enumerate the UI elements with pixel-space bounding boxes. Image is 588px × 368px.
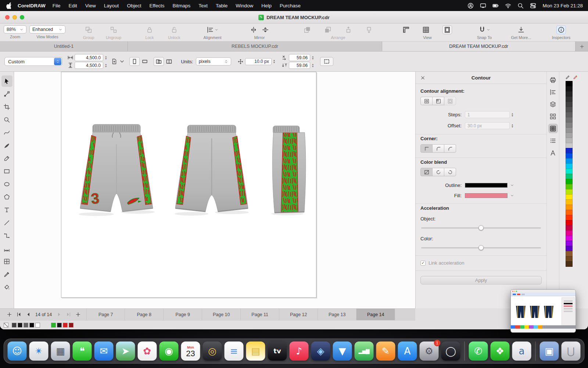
palette-color[interactable] [566,153,573,159]
color-acceleration-thumb[interactable] [478,245,484,250]
back-one-button[interactable] [366,25,372,34]
palette-color[interactable] [566,251,573,256]
menu-layout[interactable]: Layout [100,3,123,8]
offset-field[interactable]: 30.0 px [465,122,510,129]
all-pages-button[interactable] [154,57,164,66]
page-border-toggle-button[interactable] [442,25,452,34]
ungroup-button[interactable] [110,25,117,34]
app-name[interactable]: CorelDRAW [18,3,46,8]
dock-numbers[interactable]: ▂▅▇ [355,342,374,361]
chevron-down-icon[interactable] [215,28,218,32]
dock-garageband[interactable]: ◯ [441,342,460,361]
menu-effects[interactable]: Effects [145,3,168,8]
dock-photo-booth[interactable]: ◎ [203,342,222,361]
document-tab[interactable]: REBELS MOCKUP.cdr [128,42,382,51]
duplicate-x-stepper[interactable]: ▲▼ [312,56,314,60]
palette-color[interactable] [566,194,573,200]
page-tab-page-11[interactable]: Page 11 [241,309,279,321]
interactive-fill-tool[interactable] [1,282,12,293]
inspectors-button[interactable] [556,25,566,34]
dock-app-store[interactable]: A [398,342,417,361]
shorts-side-view[interactable] [262,124,310,216]
link-acceleration-checkbox[interactable] [420,261,426,266]
contour-inspector-icon[interactable] [548,124,558,133]
palette-color[interactable] [566,205,573,210]
document-palette-color[interactable] [69,323,74,328]
rulers-toggle-button[interactable] [403,25,409,34]
bevel-corner-button[interactable] [444,144,456,153]
previous-page-button[interactable] [24,312,33,317]
chevron-down-icon[interactable] [509,192,515,199]
page-tab-page-9[interactable]: Page 9 [164,309,202,321]
treat-as-filled-button[interactable] [320,57,333,66]
to-back-button[interactable] [325,25,331,34]
rectangle-tool[interactable] [1,166,12,177]
mirror-horizontal-button[interactable] [250,25,257,34]
page-height-field[interactable]: 4,500.0 [75,62,103,69]
shorts-front-view[interactable]: 3 [72,122,161,218]
line-tool[interactable] [1,217,12,229]
dock-messages[interactable]: ❝ [73,342,92,361]
palette-color[interactable] [566,189,573,195]
dock-system-settings[interactable]: ⚙1 [420,342,439,361]
close-icon[interactable] [420,75,425,80]
next-page-button[interactable] [54,312,64,317]
palette-color[interactable] [566,174,573,179]
apply-button[interactable]: Apply [420,276,542,284]
page-tab-page-12[interactable]: Page 12 [279,309,318,321]
dock-maps[interactable]: ➤ [116,342,135,361]
palette-color[interactable] [566,102,573,107]
group-button[interactable] [85,25,92,34]
menu-help[interactable]: Help [257,3,276,8]
dock-music[interactable]: ♪ [290,342,309,361]
page-tab-page-14[interactable]: Page 14 [356,309,395,321]
ellipse-tool[interactable] [1,178,12,190]
lock-button[interactable] [146,25,153,34]
landscape-orientation-button[interactable] [140,57,150,66]
apple-menu-icon[interactable] [5,1,13,10]
miter-corner-button[interactable] [420,144,433,153]
palette-color[interactable] [566,199,573,205]
color-acceleration-slider[interactable] [420,245,542,251]
palette-color[interactable] [566,158,573,164]
connector-tool[interactable] [1,230,12,241]
palette-color[interactable] [566,215,573,220]
to-front-button[interactable] [304,25,311,34]
palette-color[interactable] [566,220,573,226]
dock-launchpad[interactable]: ▦ [51,342,70,361]
dimension-tool[interactable] [1,243,12,254]
palette-color[interactable] [566,138,573,143]
dock-calendar[interactable]: Mon23 [181,342,200,361]
snap-to-button[interactable] [479,25,485,34]
crop-tool[interactable] [1,101,12,113]
page-tab-page-7[interactable]: Page 7 [86,309,125,321]
palette-color[interactable] [566,112,573,117]
menu-purchase[interactable]: Purchase [276,3,305,8]
alignment-button[interactable] [207,25,214,34]
document-palette-color[interactable] [51,323,56,328]
page-width-stepper[interactable]: ▲▼ [105,56,107,60]
chevron-down-icon[interactable] [509,182,515,188]
page-preset-select[interactable]: Custom [4,57,62,66]
palette-color[interactable] [566,96,573,102]
document-palette-color[interactable] [24,323,28,328]
properties-inspector-icon[interactable] [548,136,558,145]
wifi-icon[interactable] [505,3,511,9]
first-page-button[interactable] [14,312,24,317]
artistic-media-tool[interactable] [1,140,12,151]
dock-safari[interactable]: ✴ [29,342,49,361]
palette-color[interactable] [566,117,573,123]
offset-stepper[interactable]: ▲▼ [511,124,513,128]
dock-apple-tv[interactable]: tv [268,342,287,361]
contour-outside-button[interactable] [444,97,456,105]
object-acceleration-slider[interactable] [420,225,542,231]
dock-mail[interactable]: ✉ [94,342,114,361]
document-tab[interactable]: Untitled-1 [0,42,128,51]
dock-parallels[interactable]: ▣ [540,342,559,361]
page-height-stepper[interactable]: ▲▼ [105,63,107,68]
dock-trash[interactable]: ⋃ [562,342,581,361]
dock-whatsapp[interactable]: ✆ [469,342,488,361]
document-palette-color[interactable] [12,323,17,328]
dock-notes[interactable]: ▤ [246,342,265,361]
palette-color[interactable] [566,261,573,267]
